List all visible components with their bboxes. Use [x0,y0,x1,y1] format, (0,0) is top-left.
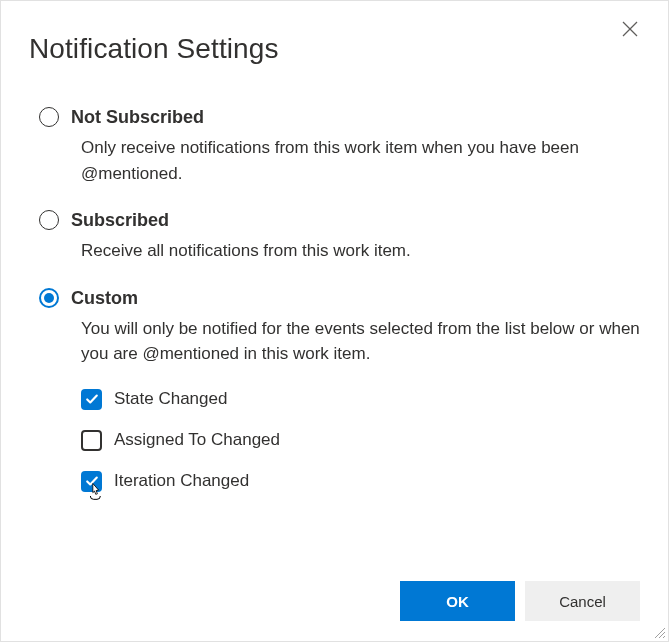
ok-button[interactable]: OK [400,581,515,621]
check-label: Iteration Changed [114,471,249,491]
radio-subscribed[interactable] [39,210,59,230]
radio-dot-icon [44,293,54,303]
checkbox-state-changed[interactable] [81,389,102,410]
option-custom[interactable]: Custom [39,286,640,310]
option-desc: You will only be notified for the events… [81,316,640,367]
option-desc: Only receive notifications from this wor… [81,135,640,186]
option-subscribed[interactable]: Subscribed [39,208,640,232]
check-label: Assigned To Changed [114,430,280,450]
option-not-subscribed[interactable]: Not Subscribed [39,105,640,129]
check-iteration-changed[interactable]: Iteration Changed [81,471,640,492]
radio-custom[interactable] [39,288,59,308]
dialog-title: Notification Settings [29,33,640,65]
close-icon [622,21,638,37]
check-label: State Changed [114,389,227,409]
option-desc: Receive all notifications from this work… [81,238,640,264]
custom-checks: State Changed Assigned To Changed Iterat… [81,389,640,492]
options-group: Not Subscribed Only receive notification… [29,105,640,492]
option-label: Not Subscribed [71,105,204,129]
option-label: Custom [71,286,138,310]
checkbox-assigned-to-changed[interactable] [81,430,102,451]
check-assigned-to-changed[interactable]: Assigned To Changed [81,430,640,451]
checkmark-icon [85,474,99,488]
radio-not-subscribed[interactable] [39,107,59,127]
checkmark-icon [85,392,99,406]
check-state-changed[interactable]: State Changed [81,389,640,410]
dialog-footer: OK Cancel [400,581,640,621]
svg-line-4 [663,636,665,638]
notification-settings-dialog: Notification Settings Not Subscribed Onl… [1,1,668,641]
checkbox-iteration-changed[interactable] [81,471,102,492]
resize-handle-icon[interactable] [652,625,666,639]
cancel-button[interactable]: Cancel [525,581,640,621]
option-label: Subscribed [71,208,169,232]
close-button[interactable] [616,15,644,43]
